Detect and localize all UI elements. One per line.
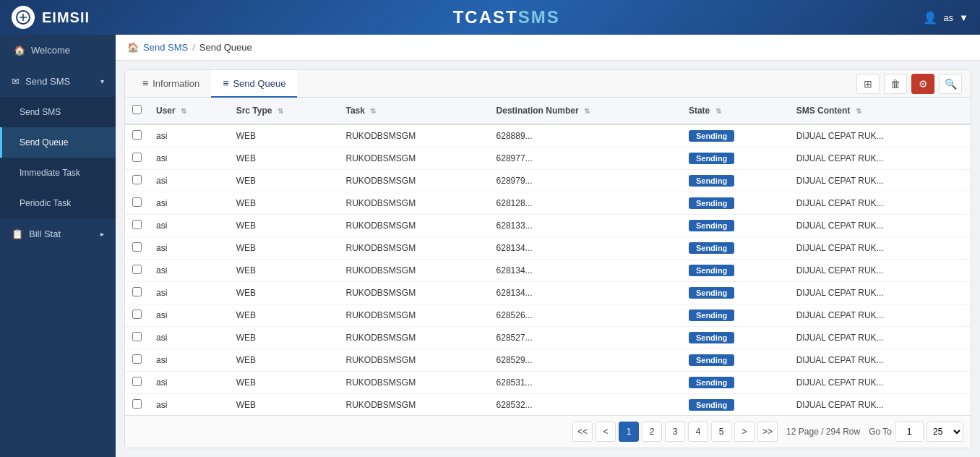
cell-src-type: WEB: [229, 192, 339, 215]
header-sms-content[interactable]: SMS Content ⇅: [789, 98, 971, 124]
cell-dest-number: 628529...: [489, 349, 682, 372]
select-all-checkbox[interactable]: [132, 105, 142, 114]
sort-dest-icon: ⇅: [584, 107, 590, 115]
cell-task: RUKODBSMSGM: [338, 192, 489, 215]
cell-state: Sending: [682, 124, 789, 148]
tab-information-icon: ≡: [142, 77, 148, 89]
state-badge: Sending: [689, 197, 734, 209]
breadcrumb-home-icon[interactable]: 🏠: [127, 42, 139, 53]
page-btn-4[interactable]: 4: [688, 422, 708, 442]
row-checkbox-cell: [125, 327, 149, 349]
cell-state: Sending: [682, 394, 789, 416]
cell-src-type: WEB: [229, 124, 339, 148]
cell-user: asi: [149, 124, 229, 148]
cell-sms-content: DIJUAL CEPAT RUK...: [789, 327, 971, 349]
cell-user: asi: [149, 192, 229, 215]
cell-task: RUKODBSMSGM: [338, 148, 489, 170]
search-button[interactable]: 🔍: [939, 74, 962, 94]
cell-user: asi: [149, 394, 229, 416]
header-task[interactable]: Task ⇅: [338, 98, 489, 124]
tab-send-queue[interactable]: ≡ Send Queue: [211, 70, 297, 98]
row-checkbox[interactable]: [132, 265, 142, 274]
row-checkbox-cell: [125, 394, 149, 416]
page-prev-button[interactable]: <: [596, 422, 616, 442]
row-checkbox[interactable]: [132, 309, 142, 319]
sidebar-item-send-queue[interactable]: Send Queue: [0, 127, 116, 158]
cell-task: RUKODBSMSGM: [338, 327, 489, 349]
page-next-button[interactable]: >: [734, 422, 755, 442]
cell-sms-content: DIJUAL CEPAT RUK...: [789, 394, 971, 416]
settings-button[interactable]: ⚙: [911, 74, 934, 94]
header-state[interactable]: State ⇅: [682, 98, 789, 124]
cell-src-type: WEB: [229, 237, 339, 260]
cell-dest-number: 628531...: [489, 372, 682, 394]
cell-task: RUKODBSMSGM: [338, 215, 489, 237]
sort-sms-icon: ⇅: [856, 107, 861, 115]
cell-src-type: WEB: [229, 170, 339, 192]
cell-user: asi: [149, 349, 229, 372]
page-btn-1[interactable]: 1: [619, 422, 639, 442]
row-checkbox[interactable]: [132, 399, 142, 409]
sidebar-item-send-sms-sub[interactable]: Send SMS: [0, 97, 116, 127]
header-dest-number[interactable]: Destination Number ⇅: [489, 98, 682, 124]
row-checkbox-cell: [125, 170, 149, 192]
row-checkbox[interactable]: [132, 130, 142, 140]
cell-task: RUKODBSMSGM: [338, 237, 489, 260]
sidebar-label-send-sms: Send SMS: [25, 76, 70, 87]
row-checkbox[interactable]: [132, 332, 142, 341]
header-src-type[interactable]: Src Type ⇅: [229, 98, 339, 124]
cell-user: asi: [149, 237, 229, 260]
row-checkbox[interactable]: [132, 287, 142, 296]
top-navigation: EIMSII TCASTSMS 👤 as ▼: [0, 0, 980, 35]
page-btn-5[interactable]: 5: [711, 422, 731, 442]
row-checkbox[interactable]: [132, 153, 142, 162]
cell-state: Sending: [682, 327, 789, 349]
row-checkbox[interactable]: [132, 175, 142, 184]
state-badge: Sending: [689, 220, 734, 231]
sidebar-item-immediate-task[interactable]: Immediate Task: [0, 158, 116, 188]
table-row: asi WEB RUKODBSMSGM 628977... Sending DI…: [125, 148, 971, 170]
cell-sms-content: DIJUAL CEPAT RUK...: [789, 372, 971, 394]
table-body: asi WEB RUKODBSMSGM 628889... Sending DI…: [125, 124, 971, 415]
goto-input[interactable]: [895, 422, 924, 442]
header-user[interactable]: User ⇅: [149, 98, 229, 124]
row-checkbox-cell: [125, 192, 149, 215]
sidebar-item-periodic-task[interactable]: Periodic Task: [0, 188, 116, 218]
cell-dest-number: 628979...: [489, 170, 682, 192]
cell-src-type: WEB: [229, 215, 339, 237]
row-checkbox[interactable]: [132, 197, 142, 207]
page-btn-3[interactable]: 3: [665, 422, 685, 442]
state-badge: Sending: [689, 399, 734, 411]
sidebar-group-header-send-sms[interactable]: ✉ Send SMS ▾: [0, 66, 116, 97]
tab-information[interactable]: ≡ Information: [131, 70, 211, 98]
sidebar-item-bill-stat[interactable]: 📋 Bill Stat ▸: [0, 218, 116, 249]
columns-button[interactable]: ⊞: [856, 74, 880, 94]
columns-icon: ⊞: [864, 78, 872, 90]
cell-sms-content: DIJUAL CEPAT RUK...: [789, 170, 971, 192]
page-last-button[interactable]: >>: [757, 422, 778, 442]
cell-state: Sending: [682, 282, 789, 304]
state-badge: Sending: [689, 153, 734, 164]
sidebar-item-welcome[interactable]: 🏠 Welcome: [0, 35, 116, 66]
breadcrumb-link-send-sms[interactable]: Send SMS: [143, 42, 188, 53]
state-badge: Sending: [689, 175, 734, 187]
row-checkbox[interactable]: [132, 242, 142, 252]
row-checkbox[interactable]: [132, 377, 142, 386]
cell-state: Sending: [682, 215, 789, 237]
delete-button[interactable]: 🗑: [884, 74, 907, 94]
main-content: 🏠 Send SMS / Send Queue ≡ Information ≡ …: [116, 35, 980, 457]
state-badge: Sending: [689, 309, 734, 321]
page-first-button[interactable]: <<: [572, 422, 593, 442]
row-checkbox-cell: [125, 349, 149, 372]
row-checkbox[interactable]: [132, 354, 142, 364]
page-btn-2[interactable]: 2: [642, 422, 662, 442]
state-badge: Sending: [689, 287, 734, 299]
page-size-select[interactable]: 25 10 50 100: [927, 422, 963, 442]
row-checkbox[interactable]: [132, 220, 142, 229]
cell-task: RUKODBSMSGM: [338, 170, 489, 192]
brand-tcast: TCAST: [453, 7, 518, 27]
table-header-row: User ⇅ Src Type ⇅ Task ⇅: [125, 98, 971, 124]
cell-user: asi: [149, 170, 229, 192]
layout: 🏠 Welcome ✉ Send SMS ▾ Send SMS Send Que…: [0, 35, 980, 457]
user-area: 👤 as ▼: [923, 11, 968, 25]
